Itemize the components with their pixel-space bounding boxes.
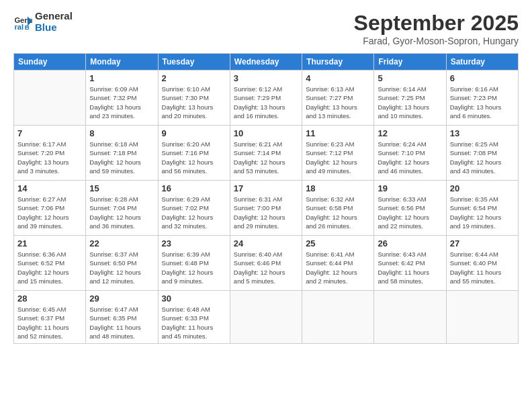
day-number: 30 — [162, 293, 226, 304]
header-thursday: Thursday — [302, 54, 374, 71]
title-block: September 2025 Farad, Gyor-Moson-Sopron,… — [354, 11, 519, 46]
month-title: September 2025 — [354, 11, 519, 36]
table-row: 9Sunrise: 6:20 AM Sunset: 7:16 PM Daylig… — [158, 126, 230, 181]
table-row: 28Sunrise: 6:45 AM Sunset: 6:37 PM Dayli… — [14, 291, 86, 344]
table-row: 3Sunrise: 6:12 AM Sunset: 7:29 PM Daylig… — [230, 71, 302, 126]
logo: Gene ral B General Blue — [13, 11, 73, 33]
calendar: Sunday Monday Tuesday Wednesday Thursday… — [13, 53, 519, 344]
day-number: 2 — [162, 73, 226, 83]
table-row: 25Sunrise: 6:41 AM Sunset: 6:44 PM Dayli… — [302, 236, 374, 291]
table-row: 4Sunrise: 6:13 AM Sunset: 7:27 PM Daylig… — [302, 71, 374, 126]
day-number: 20 — [450, 183, 515, 193]
table-row — [374, 291, 446, 344]
day-number: 14 — [17, 183, 82, 193]
day-info: Sunrise: 6:20 AM Sunset: 7:16 PM Dayligh… — [162, 140, 226, 175]
day-info: Sunrise: 6:23 AM Sunset: 7:12 PM Dayligh… — [306, 140, 370, 175]
day-info: Sunrise: 6:40 AM Sunset: 6:46 PM Dayligh… — [234, 250, 298, 285]
day-number: 16 — [162, 183, 226, 193]
day-info: Sunrise: 6:31 AM Sunset: 7:00 PM Dayligh… — [234, 195, 298, 230]
table-row: 29Sunrise: 6:47 AM Sunset: 6:35 PM Dayli… — [86, 291, 158, 344]
day-number: 12 — [378, 128, 442, 138]
day-info: Sunrise: 6:28 AM Sunset: 7:04 PM Dayligh… — [89, 195, 154, 230]
day-number: 6 — [450, 73, 515, 83]
table-row: 19Sunrise: 6:33 AM Sunset: 6:56 PM Dayli… — [374, 181, 446, 236]
day-info: Sunrise: 6:43 AM Sunset: 6:42 PM Dayligh… — [378, 250, 442, 285]
day-info: Sunrise: 6:17 AM Sunset: 7:20 PM Dayligh… — [17, 140, 82, 175]
table-row — [302, 291, 374, 344]
day-info: Sunrise: 6:47 AM Sunset: 6:35 PM Dayligh… — [89, 305, 154, 340]
table-row: 16Sunrise: 6:29 AM Sunset: 7:02 PM Dayli… — [158, 181, 230, 236]
day-number: 1 — [89, 73, 154, 83]
day-number: 23 — [162, 238, 226, 248]
table-row: 23Sunrise: 6:39 AM Sunset: 6:48 PM Dayli… — [158, 236, 230, 291]
table-row: 22Sunrise: 6:37 AM Sunset: 6:50 PM Dayli… — [86, 236, 158, 291]
table-row: 15Sunrise: 6:28 AM Sunset: 7:04 PM Dayli… — [86, 181, 158, 236]
day-info: Sunrise: 6:44 AM Sunset: 6:40 PM Dayligh… — [450, 250, 515, 285]
day-info: Sunrise: 6:33 AM Sunset: 6:56 PM Dayligh… — [378, 195, 442, 230]
day-number: 18 — [306, 183, 370, 193]
table-row: 21Sunrise: 6:36 AM Sunset: 6:52 PM Dayli… — [14, 236, 86, 291]
day-info: Sunrise: 6:35 AM Sunset: 6:54 PM Dayligh… — [450, 195, 515, 230]
header-sunday: Sunday — [14, 54, 86, 71]
day-number: 5 — [378, 73, 442, 83]
day-info: Sunrise: 6:27 AM Sunset: 7:06 PM Dayligh… — [17, 195, 82, 230]
day-info: Sunrise: 6:32 AM Sunset: 6:58 PM Dayligh… — [306, 195, 370, 230]
day-info: Sunrise: 6:45 AM Sunset: 6:37 PM Dayligh… — [17, 305, 82, 340]
table-row — [14, 71, 86, 126]
header-monday: Monday — [86, 54, 158, 71]
table-row: 11Sunrise: 6:23 AM Sunset: 7:12 PM Dayli… — [302, 126, 374, 181]
day-number: 21 — [17, 238, 82, 248]
header-friday: Friday — [374, 54, 446, 71]
logo-icon: Gene ral B — [13, 13, 32, 32]
day-info: Sunrise: 6:14 AM Sunset: 7:25 PM Dayligh… — [378, 85, 442, 120]
day-info: Sunrise: 6:25 AM Sunset: 7:08 PM Dayligh… — [450, 140, 515, 175]
day-info: Sunrise: 6:16 AM Sunset: 7:23 PM Dayligh… — [450, 85, 515, 120]
page: Gene ral B General Blue September 2025 F… — [0, 0, 532, 411]
day-number: 4 — [306, 73, 370, 83]
day-info: Sunrise: 6:24 AM Sunset: 7:10 PM Dayligh… — [378, 140, 442, 175]
day-number: 7 — [17, 128, 82, 138]
day-info: Sunrise: 6:29 AM Sunset: 7:02 PM Dayligh… — [162, 195, 226, 230]
header-saturday: Saturday — [446, 54, 518, 71]
svg-text:ral: ral — [14, 23, 24, 31]
day-number: 17 — [234, 183, 298, 193]
day-number: 27 — [450, 238, 515, 248]
day-info: Sunrise: 6:10 AM Sunset: 7:30 PM Dayligh… — [162, 85, 226, 120]
table-row: 8Sunrise: 6:18 AM Sunset: 7:18 PM Daylig… — [86, 126, 158, 181]
day-info: Sunrise: 6:09 AM Sunset: 7:32 PM Dayligh… — [89, 85, 154, 120]
table-row: 27Sunrise: 6:44 AM Sunset: 6:40 PM Dayli… — [446, 236, 518, 291]
table-row: 1Sunrise: 6:09 AM Sunset: 7:32 PM Daylig… — [86, 71, 158, 126]
table-row — [230, 291, 302, 344]
day-number: 15 — [89, 183, 154, 193]
day-info: Sunrise: 6:41 AM Sunset: 6:44 PM Dayligh… — [306, 250, 370, 285]
day-number: 13 — [450, 128, 515, 138]
logo-line2: Blue — [35, 22, 73, 34]
day-number: 3 — [234, 73, 298, 83]
table-row: 7Sunrise: 6:17 AM Sunset: 7:20 PM Daylig… — [14, 126, 86, 181]
table-row — [446, 291, 518, 344]
day-info: Sunrise: 6:39 AM Sunset: 6:48 PM Dayligh… — [162, 250, 226, 285]
day-number: 24 — [234, 238, 298, 248]
svg-text:B: B — [25, 24, 30, 31]
day-number: 29 — [89, 293, 154, 304]
day-info: Sunrise: 6:13 AM Sunset: 7:27 PM Dayligh… — [306, 85, 370, 120]
day-info: Sunrise: 6:37 AM Sunset: 6:50 PM Dayligh… — [89, 250, 154, 285]
table-row: 6Sunrise: 6:16 AM Sunset: 7:23 PM Daylig… — [446, 71, 518, 126]
day-info: Sunrise: 6:36 AM Sunset: 6:52 PM Dayligh… — [17, 250, 82, 285]
table-row: 12Sunrise: 6:24 AM Sunset: 7:10 PM Dayli… — [374, 126, 446, 181]
header-tuesday: Tuesday — [158, 54, 230, 71]
table-row: 13Sunrise: 6:25 AM Sunset: 7:08 PM Dayli… — [446, 126, 518, 181]
logo-line1: General — [35, 11, 73, 22]
day-number: 26 — [378, 238, 442, 248]
day-info: Sunrise: 6:12 AM Sunset: 7:29 PM Dayligh… — [234, 85, 298, 120]
table-row: 18Sunrise: 6:32 AM Sunset: 6:58 PM Dayli… — [302, 181, 374, 236]
day-number: 19 — [378, 183, 442, 193]
day-number: 8 — [89, 128, 154, 138]
subtitle: Farad, Gyor-Moson-Sopron, Hungary — [354, 36, 519, 46]
table-row: 10Sunrise: 6:21 AM Sunset: 7:14 PM Dayli… — [230, 126, 302, 181]
day-info: Sunrise: 6:48 AM Sunset: 6:33 PM Dayligh… — [162, 305, 226, 340]
day-number: 28 — [17, 293, 82, 304]
day-info: Sunrise: 6:21 AM Sunset: 7:14 PM Dayligh… — [234, 140, 298, 175]
table-row: 17Sunrise: 6:31 AM Sunset: 7:00 PM Dayli… — [230, 181, 302, 236]
header: Gene ral B General Blue September 2025 F… — [13, 11, 519, 46]
